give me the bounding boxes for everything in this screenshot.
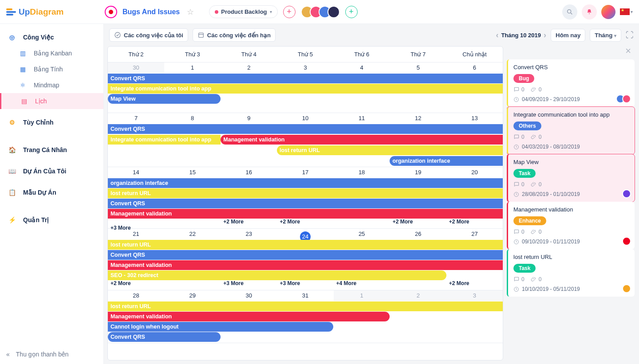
more-button[interactable]: +2 More	[108, 280, 164, 289]
card-title: Map View	[513, 159, 629, 165]
main-area: Các công việc của tôi Các công việc đến …	[104, 24, 639, 364]
event-bar[interactable]: organization interface	[108, 178, 503, 188]
calendar-week-5: 28293031 123 lost return URL Management …	[108, 290, 503, 343]
mytasks-filter[interactable]: Các công việc của tôi	[109, 28, 188, 42]
svg-point-2	[115, 32, 120, 38]
star-icon[interactable]: ☆	[187, 7, 194, 17]
card-dates: 28/08/2019 - 01/10/2019	[513, 191, 629, 197]
clipboard-icon: 📋	[8, 189, 16, 196]
task-card[interactable]: Integrate communication tool into appOth…	[507, 107, 635, 154]
comment-icon	[513, 229, 520, 235]
user-avatar[interactable]	[601, 5, 615, 19]
close-panel-button[interactable]: ×	[624, 46, 632, 56]
calendar-header-row: Thứ 2Thứ 3Thứ 4 Thứ 5Thứ 6Thứ 7Chủ nhật	[108, 47, 503, 63]
prev-month-button[interactable]: ‹	[496, 31, 498, 40]
event-bar[interactable]: Convert QRS	[108, 250, 503, 260]
tasks-icon	[114, 31, 121, 39]
card-assignees	[619, 94, 631, 103]
sidebar-sheet[interactable]: ▦Bảng Tính	[0, 61, 103, 77]
expand-icon[interactable]: ⛶	[626, 31, 634, 40]
event-bar[interactable]: Cannot login when logout	[108, 322, 333, 332]
collapse-icon: «	[6, 351, 10, 358]
sidebar-customize[interactable]: ⚙Tùy Chỉnh	[0, 114, 103, 130]
event-bar[interactable]: Convert QRS	[108, 124, 503, 134]
sidebar-templates[interactable]: 📋Mẫu Dự Án	[0, 184, 103, 200]
card-tag: Enhance	[513, 216, 546, 225]
event-bar[interactable]: Integrate communication tool into app	[108, 84, 503, 94]
member-avatars[interactable]	[304, 6, 340, 18]
event-bar[interactable]: organization interface	[390, 156, 503, 166]
sidebar: ◎Công Việc ▥Bảng Kanban ▦Bảng Tính ⚛Mind…	[0, 24, 104, 364]
event-bar[interactable]: Convert QRS	[108, 332, 221, 342]
sidebar-calendar[interactable]: ▤Lịch	[0, 93, 103, 109]
top-bar: UpDiagram Bugs And Issues ☆ Product Back…	[0, 0, 639, 24]
target-icon: ◎	[8, 34, 16, 41]
side-panel: × Convert QRSBug0004/09/2019 - 29/10/201…	[507, 46, 635, 360]
clock-icon	[513, 97, 519, 102]
sidebar-kanban[interactable]: ▥Bảng Kanban	[0, 45, 103, 61]
card-meta: 00	[513, 181, 629, 188]
status-dot-icon	[215, 10, 218, 14]
backlog-dropdown[interactable]: Product Backlog ▾	[209, 5, 277, 18]
add-member-button[interactable]: +	[345, 6, 358, 18]
event-bar[interactable]: Management validation	[221, 135, 503, 145]
more-button[interactable]: +2 More	[390, 219, 446, 225]
sidebar-myprojects[interactable]: 📖Dự Án Của Tôi	[0, 163, 103, 179]
event-bar[interactable]: Management validation	[108, 209, 503, 219]
book-icon: 📖	[8, 168, 16, 175]
more-button[interactable]: +2 More	[446, 219, 503, 225]
view-dropdown[interactable]: Tháng ▾	[590, 29, 621, 42]
comment-icon	[513, 134, 520, 140]
event-bar[interactable]: Convert QRS	[108, 199, 503, 208]
next-month-button[interactable]: ›	[544, 31, 546, 40]
calendar-week-4: 212223 24 252627 lost return URL Convert…	[108, 229, 503, 290]
today-button[interactable]: Hôm nay	[551, 29, 585, 42]
more-button[interactable]: +3 More	[277, 280, 333, 289]
svg-point-0	[568, 9, 571, 13]
add-pink-button[interactable]: +	[283, 6, 296, 18]
event-bar[interactable]: lost return URL	[277, 145, 503, 155]
event-bar[interactable]: lost return URL	[108, 301, 503, 311]
more-button[interactable]: +2 More	[277, 219, 333, 225]
event-bar[interactable]: SEO - 302 redirect	[108, 270, 446, 280]
event-bar[interactable]: Management validation	[108, 260, 503, 270]
more-button[interactable]: +3 More	[221, 280, 277, 289]
toolbar: Các công việc của tôi Các công việc đến …	[104, 24, 639, 46]
attachment-icon	[531, 86, 537, 93]
more-button[interactable]: +2 More	[221, 219, 277, 225]
search-button[interactable]	[562, 4, 577, 20]
app-logo[interactable]: UpDiagram	[6, 7, 99, 17]
duetasks-filter[interactable]: Các công việc đến hạn	[193, 28, 276, 42]
sidebar-admin[interactable]: ⚡Quản Trị	[0, 212, 103, 228]
event-bar[interactable]: Management validation	[108, 312, 390, 321]
task-card[interactable]: Convert QRSBug0004/09/2019 - 29/10/2019	[507, 59, 635, 107]
task-card[interactable]: Map ViewTask0028/08/2019 - 01/10/2019	[507, 154, 635, 202]
card-tag: Others	[513, 121, 541, 130]
event-bar[interactable]: Convert QRS	[108, 74, 503, 83]
more-button[interactable]: +2 More	[446, 280, 503, 289]
card-dates: 09/10/2019 - 01/11/2019	[513, 239, 629, 245]
flag-vn-icon	[620, 8, 630, 15]
event-bar[interactable]: Map View	[108, 94, 221, 104]
sidebar-work[interactable]: ◎Công Việc	[0, 29, 103, 45]
more-button[interactable]: +4 More	[334, 280, 390, 289]
task-card[interactable]: lost return URLTask0010/10/2019 - 05/11/…	[507, 249, 635, 297]
card-title: Management validation	[513, 206, 629, 213]
event-bar[interactable]: Integrate communication tool into app	[108, 135, 221, 145]
sidebar-collapse[interactable]: «Thu gọn thanh bên	[0, 344, 103, 364]
sidebar-home[interactable]: 🏠Trang Cá Nhân	[0, 142, 103, 158]
card-title: Integrate communication tool into app	[513, 111, 629, 118]
home-icon: 🏠	[8, 146, 16, 153]
comment-icon	[513, 181, 520, 188]
comment-icon	[513, 276, 520, 282]
event-bar[interactable]: lost return URL	[108, 188, 503, 198]
card-dates: 04/09/2019 - 29/10/2019	[513, 96, 629, 102]
project-title[interactable]: Bugs And Issues	[122, 8, 180, 16]
grid-icon: ▦	[19, 66, 27, 73]
task-card[interactable]: Management validationEnhance0009/10/2019…	[507, 202, 635, 249]
event-bar[interactable]: lost return URL	[108, 240, 503, 250]
project-icon[interactable]	[105, 6, 117, 18]
notifications-button[interactable]	[582, 4, 597, 20]
sidebar-mindmap[interactable]: ⚛Mindmap	[0, 77, 103, 93]
language-selector[interactable]: ▾	[620, 8, 633, 15]
